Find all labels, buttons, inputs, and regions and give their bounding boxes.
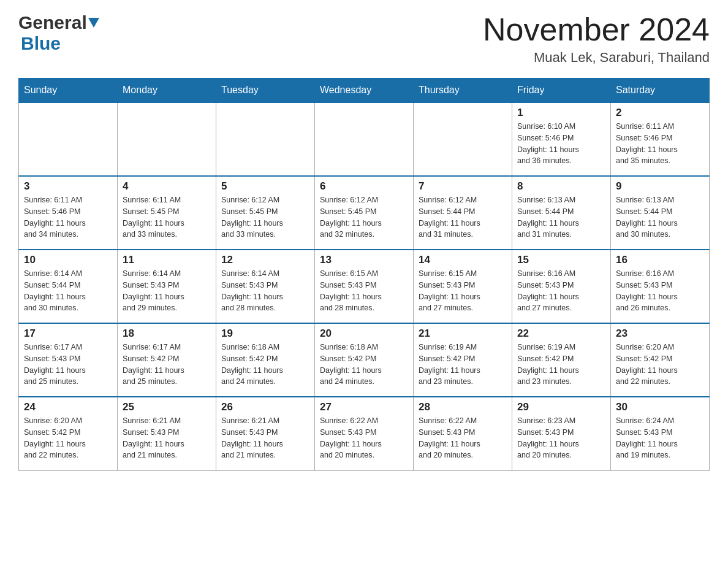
logo-arrow-icon: [88, 18, 99, 31]
day-number: 7: [419, 180, 507, 193]
day-info: Sunrise: 6:14 AM Sunset: 5:43 PM Dayligh…: [123, 268, 211, 314]
day-info: Sunrise: 6:20 AM Sunset: 5:42 PM Dayligh…: [616, 342, 704, 388]
calendar-week-row: 10Sunrise: 6:14 AM Sunset: 5:44 PM Dayli…: [19, 250, 710, 323]
table-row: 3Sunrise: 6:11 AM Sunset: 5:46 PM Daylig…: [19, 176, 118, 250]
day-number: 2: [616, 107, 704, 119]
day-info: Sunrise: 6:20 AM Sunset: 5:42 PM Dayligh…: [24, 415, 112, 461]
calendar-week-row: 17Sunrise: 6:17 AM Sunset: 5:43 PM Dayli…: [19, 323, 710, 397]
day-number: 21: [419, 327, 507, 340]
day-info: Sunrise: 6:17 AM Sunset: 5:43 PM Dayligh…: [24, 342, 112, 388]
col-thursday: Thursday: [414, 79, 512, 103]
table-row: 5Sunrise: 6:12 AM Sunset: 5:45 PM Daylig…: [216, 176, 315, 250]
table-row: 26Sunrise: 6:21 AM Sunset: 5:43 PM Dayli…: [216, 397, 315, 470]
table-row: 22Sunrise: 6:19 AM Sunset: 5:42 PM Dayli…: [512, 323, 611, 397]
logo-blue-text: Blue: [21, 33, 61, 53]
day-info: Sunrise: 6:21 AM Sunset: 5:43 PM Dayligh…: [123, 415, 211, 461]
table-row: [118, 102, 216, 176]
col-tuesday: Tuesday: [216, 79, 315, 103]
day-number: 6: [320, 180, 408, 193]
calendar-title: November 2024: [483, 12, 710, 47]
day-info: Sunrise: 6:18 AM Sunset: 5:42 PM Dayligh…: [320, 342, 408, 388]
day-info: Sunrise: 6:10 AM Sunset: 5:46 PM Dayligh…: [517, 121, 605, 167]
logo: General Blue: [18, 12, 99, 54]
day-number: 17: [24, 327, 112, 340]
table-row: 16Sunrise: 6:16 AM Sunset: 5:43 PM Dayli…: [611, 250, 710, 323]
day-number: 16: [616, 254, 704, 266]
calendar-week-row: 3Sunrise: 6:11 AM Sunset: 5:46 PM Daylig…: [19, 176, 710, 250]
table-row: 11Sunrise: 6:14 AM Sunset: 5:43 PM Dayli…: [118, 250, 216, 323]
day-info: Sunrise: 6:12 AM Sunset: 5:44 PM Dayligh…: [419, 194, 507, 240]
table-row: 17Sunrise: 6:17 AM Sunset: 5:43 PM Dayli…: [19, 323, 118, 397]
svg-marker-0: [88, 18, 99, 28]
day-number: 24: [24, 401, 112, 413]
day-number: 23: [616, 327, 704, 340]
col-sunday: Sunday: [19, 79, 118, 103]
day-info: Sunrise: 6:17 AM Sunset: 5:42 PM Dayligh…: [123, 342, 211, 388]
day-number: 14: [419, 254, 507, 266]
table-row: 19Sunrise: 6:18 AM Sunset: 5:42 PM Dayli…: [216, 323, 315, 397]
day-number: 29: [517, 401, 605, 413]
table-row: 18Sunrise: 6:17 AM Sunset: 5:42 PM Dayli…: [118, 323, 216, 397]
day-number: 5: [221, 180, 309, 193]
day-info: Sunrise: 6:11 AM Sunset: 5:46 PM Dayligh…: [616, 121, 704, 167]
day-number: 18: [123, 327, 211, 340]
table-row: 28Sunrise: 6:22 AM Sunset: 5:43 PM Dayli…: [414, 397, 512, 470]
day-number: 26: [221, 401, 309, 413]
table-row: 12Sunrise: 6:14 AM Sunset: 5:43 PM Dayli…: [216, 250, 315, 323]
table-row: 10Sunrise: 6:14 AM Sunset: 5:44 PM Dayli…: [19, 250, 118, 323]
table-row: 1Sunrise: 6:10 AM Sunset: 5:46 PM Daylig…: [512, 102, 611, 176]
day-info: Sunrise: 6:22 AM Sunset: 5:43 PM Dayligh…: [320, 415, 408, 461]
day-number: 1: [517, 107, 605, 119]
calendar-title-block: November 2024 Muak Lek, Saraburi, Thaila…: [483, 12, 710, 66]
day-info: Sunrise: 6:23 AM Sunset: 5:43 PM Dayligh…: [517, 415, 605, 461]
day-info: Sunrise: 6:14 AM Sunset: 5:43 PM Dayligh…: [221, 268, 309, 314]
day-number: 8: [517, 180, 605, 193]
day-number: 30: [616, 401, 704, 413]
day-info: Sunrise: 6:14 AM Sunset: 5:44 PM Dayligh…: [24, 268, 112, 314]
day-info: Sunrise: 6:12 AM Sunset: 5:45 PM Dayligh…: [221, 194, 309, 240]
col-wednesday: Wednesday: [315, 79, 414, 103]
calendar-subtitle: Muak Lek, Saraburi, Thailand: [483, 50, 710, 66]
table-row: 8Sunrise: 6:13 AM Sunset: 5:44 PM Daylig…: [512, 176, 611, 250]
day-number: 10: [24, 254, 112, 266]
table-row: 24Sunrise: 6:20 AM Sunset: 5:42 PM Dayli…: [19, 397, 118, 470]
day-info: Sunrise: 6:21 AM Sunset: 5:43 PM Dayligh…: [221, 415, 309, 461]
col-friday: Friday: [512, 79, 611, 103]
calendar-header-row: Sunday Monday Tuesday Wednesday Thursday…: [19, 79, 710, 103]
day-info: Sunrise: 6:15 AM Sunset: 5:43 PM Dayligh…: [320, 268, 408, 314]
table-row: 9Sunrise: 6:13 AM Sunset: 5:44 PM Daylig…: [611, 176, 710, 250]
day-info: Sunrise: 6:13 AM Sunset: 5:44 PM Dayligh…: [616, 194, 704, 240]
calendar-week-row: 24Sunrise: 6:20 AM Sunset: 5:42 PM Dayli…: [19, 397, 710, 470]
day-number: 25: [123, 401, 211, 413]
day-info: Sunrise: 6:18 AM Sunset: 5:42 PM Dayligh…: [221, 342, 309, 388]
calendar-table: Sunday Monday Tuesday Wednesday Thursday…: [18, 78, 710, 471]
day-number: 9: [616, 180, 704, 193]
table-row: [315, 102, 414, 176]
table-row: [216, 102, 315, 176]
table-row: 30Sunrise: 6:24 AM Sunset: 5:43 PM Dayli…: [611, 397, 710, 470]
table-row: 21Sunrise: 6:19 AM Sunset: 5:42 PM Dayli…: [414, 323, 512, 397]
day-number: 13: [320, 254, 408, 266]
table-row: 6Sunrise: 6:12 AM Sunset: 5:45 PM Daylig…: [315, 176, 414, 250]
table-row: 23Sunrise: 6:20 AM Sunset: 5:42 PM Dayli…: [611, 323, 710, 397]
day-number: 11: [123, 254, 211, 266]
day-number: 15: [517, 254, 605, 266]
table-row: 15Sunrise: 6:16 AM Sunset: 5:43 PM Dayli…: [512, 250, 611, 323]
day-info: Sunrise: 6:22 AM Sunset: 5:43 PM Dayligh…: [419, 415, 507, 461]
day-info: Sunrise: 6:19 AM Sunset: 5:42 PM Dayligh…: [419, 342, 507, 388]
table-row: [414, 102, 512, 176]
table-row: 7Sunrise: 6:12 AM Sunset: 5:44 PM Daylig…: [414, 176, 512, 250]
day-info: Sunrise: 6:11 AM Sunset: 5:45 PM Dayligh…: [123, 194, 211, 240]
day-info: Sunrise: 6:16 AM Sunset: 5:43 PM Dayligh…: [616, 268, 704, 314]
day-info: Sunrise: 6:19 AM Sunset: 5:42 PM Dayligh…: [517, 342, 605, 388]
table-row: 13Sunrise: 6:15 AM Sunset: 5:43 PM Dayli…: [315, 250, 414, 323]
col-saturday: Saturday: [611, 79, 710, 103]
table-row: 4Sunrise: 6:11 AM Sunset: 5:45 PM Daylig…: [118, 176, 216, 250]
day-info: Sunrise: 6:11 AM Sunset: 5:46 PM Dayligh…: [24, 194, 112, 240]
page-header: General Blue November 2024 Muak Lek, Sar…: [18, 12, 710, 66]
day-number: 28: [419, 401, 507, 413]
day-number: 22: [517, 327, 605, 340]
day-info: Sunrise: 6:16 AM Sunset: 5:43 PM Dayligh…: [517, 268, 605, 314]
table-row: 29Sunrise: 6:23 AM Sunset: 5:43 PM Dayli…: [512, 397, 611, 470]
table-row: 2Sunrise: 6:11 AM Sunset: 5:46 PM Daylig…: [611, 102, 710, 176]
